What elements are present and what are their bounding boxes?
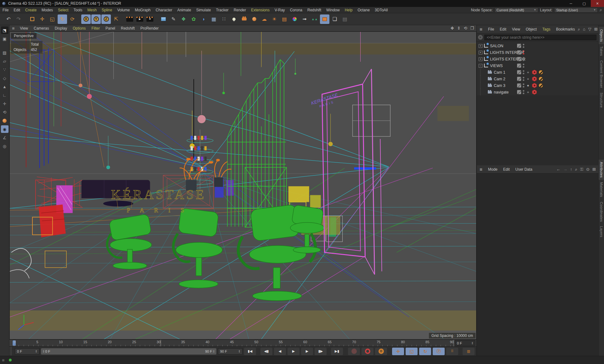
vp-menu-prorender[interactable]: ProRender xyxy=(138,26,162,31)
workplane-mode-icon[interactable]: ▱ xyxy=(1,57,9,65)
disabled-tag[interactable] xyxy=(538,77,543,81)
layer-toggle[interactable] xyxy=(517,64,521,68)
tab-structure[interactable]: Structure xyxy=(599,90,604,110)
layer-toggle[interactable] xyxy=(517,50,521,54)
visibility-dots[interactable] xyxy=(523,44,524,48)
menu-corona[interactable]: Corona xyxy=(288,7,305,13)
object-row-views[interactable]: − VIEWS xyxy=(477,62,598,69)
lock-icon[interactable]: ⚿ xyxy=(580,167,583,172)
target-icon[interactable]: ⌖ xyxy=(526,77,530,81)
end-frame-field[interactable]: 90 F ▲▼ xyxy=(218,348,242,355)
timeline-grip[interactable] xyxy=(9,340,12,346)
sun-object-button[interactable]: ☀ xyxy=(270,14,279,24)
snap-toggle-icon[interactable]: ◉ xyxy=(1,125,9,133)
move-tool[interactable]: ✛ xyxy=(37,14,47,24)
menu-mograph[interactable]: MoGraph xyxy=(132,7,153,13)
status-menu-icon[interactable]: ≡ xyxy=(2,358,4,363)
menu-volume[interactable]: Volume xyxy=(115,7,132,13)
maximize-button[interactable]: ▢ xyxy=(578,0,591,7)
node-space-select[interactable]: Current (Redshift)▼ xyxy=(495,8,538,13)
tab-coordinates[interactable]: Coordinates xyxy=(599,200,604,224)
points-mode-icon[interactable]: ∵ xyxy=(1,66,9,73)
expand-icon[interactable]: + xyxy=(479,51,482,54)
zoom-view-icon[interactable]: ⇕ xyxy=(457,26,461,31)
sky-object-button[interactable]: ☁ xyxy=(259,14,269,24)
menu-file[interactable]: File xyxy=(0,7,11,13)
menu-help[interactable]: Help xyxy=(342,7,355,13)
record-rotation-button[interactable]: ↻ xyxy=(419,348,431,355)
pan-view-icon[interactable]: ✥ xyxy=(451,26,454,31)
lock-y-axis-button[interactable]: Y xyxy=(91,14,101,24)
make-editable-icon[interactable]: ⬔ xyxy=(1,26,9,34)
tab-attributes[interactable]: Attributes xyxy=(599,160,604,180)
visibility-dots[interactable] xyxy=(523,57,524,61)
new-panel-icon[interactable]: ⊞ xyxy=(592,167,596,172)
goto-end-button[interactable]: ▶▮ xyxy=(331,348,343,355)
model-mode-icon[interactable]: ▣ xyxy=(1,35,9,43)
menu-spline[interactable]: Spline xyxy=(99,7,115,13)
vp-menu-display[interactable]: Display xyxy=(52,26,70,31)
spinner-icon[interactable]: ▲▼ xyxy=(471,342,473,345)
add-spline-button[interactable]: ✎ xyxy=(169,14,178,24)
quantize-icon[interactable]: ∠ xyxy=(1,134,9,141)
disabled-tag[interactable] xyxy=(538,70,543,75)
parent-object-icon[interactable]: ↑ xyxy=(570,167,573,172)
layer-toggle[interactable] xyxy=(517,70,521,74)
subdivision-surface-button[interactable]: ❖ xyxy=(179,14,188,24)
undo-button[interactable]: ↶ xyxy=(4,14,13,24)
next-key-button[interactable]: ▮▶ xyxy=(315,348,327,355)
vp-menu-redshift[interactable]: Redshift xyxy=(118,26,138,31)
autokey-button[interactable] xyxy=(362,348,373,355)
vp-menu-filter[interactable]: Filter xyxy=(88,26,103,31)
menu-extensions[interactable]: Extensions xyxy=(248,7,272,13)
environment-button[interactable] xyxy=(249,14,259,24)
menu-vray[interactable]: V-Ray xyxy=(272,7,288,13)
previous-frame-button[interactable]: ◀ xyxy=(274,348,286,355)
menu-redshift[interactable]: Redshift xyxy=(305,7,324,13)
tab-takes[interactable]: Takes xyxy=(599,44,604,58)
goto-start-button[interactable]: ▮◀ xyxy=(244,348,256,355)
search-input[interactable] xyxy=(484,35,596,40)
visibility-dots[interactable] xyxy=(523,64,524,68)
layer-toggle[interactable] xyxy=(517,83,521,88)
vp-menu-cameras[interactable]: Cameras xyxy=(31,26,52,31)
visibility-dots[interactable] xyxy=(523,70,524,74)
menu-window[interactable]: Window xyxy=(324,7,342,13)
volume-builder-button[interactable]: ◗ xyxy=(199,14,208,24)
object-row-cam3[interactable]: Cam 3 ⌖ xyxy=(477,82,598,89)
mograph-cloner-button[interactable]: ✿ xyxy=(189,14,198,24)
normal-mode-icon[interactable]: ⟲ xyxy=(1,108,9,116)
viewport-solo-icon[interactable]: ◎ xyxy=(1,142,9,150)
menu-mesh[interactable]: Mesh xyxy=(85,7,99,13)
tab-content-browser[interactable]: Content Browser xyxy=(599,58,604,90)
material-preview-icon[interactable] xyxy=(1,117,9,124)
menu-character[interactable]: Character xyxy=(153,7,175,13)
add-light-button[interactable] xyxy=(229,14,239,24)
render-settings-button[interactable]: ✲ xyxy=(145,14,155,24)
track-icon[interactable]: ⊙ xyxy=(586,167,590,172)
lock-z-axis-button[interactable]: Z xyxy=(101,14,111,24)
menu-3dtoall[interactable]: 3DToAll xyxy=(372,7,390,13)
floor-object-button[interactable]: ▦ xyxy=(209,14,219,24)
object-row-salon[interactable]: + SALON xyxy=(477,43,598,49)
transport-grip[interactable] xyxy=(9,347,12,356)
vp-menu-panel[interactable]: Panel xyxy=(103,26,118,31)
vp-menu-view[interactable]: View xyxy=(17,26,31,31)
scale-tool[interactable]: ◱ xyxy=(48,14,57,24)
layout-select[interactable]: Startup (User)▼ xyxy=(554,8,598,13)
timeline-frame-field[interactable]: 0 F ▲▼ xyxy=(455,340,475,346)
object-row-navigate[interactable]: navigate ⌖ xyxy=(477,89,598,95)
rotate-tool[interactable]: ↻ xyxy=(58,14,67,24)
om-menu-object[interactable]: Object xyxy=(523,27,540,31)
redo-button[interactable]: ↷ xyxy=(14,14,23,24)
search-icon[interactable]: ⌕ xyxy=(578,27,580,32)
lock-x-axis-button[interactable]: X xyxy=(81,14,91,24)
measure-tool-icon[interactable]: ∟ xyxy=(1,91,9,99)
polygons-mode-icon[interactable]: ▲ xyxy=(1,83,9,90)
add-primitive-button[interactable] xyxy=(159,14,168,24)
target-icon[interactable]: ⌖ xyxy=(526,70,530,75)
stage-object-button[interactable]: ▤ xyxy=(280,14,289,24)
record-objects-button[interactable] xyxy=(348,348,360,355)
simulation-button[interactable]: ∷ xyxy=(219,14,229,24)
tab-materials[interactable]: Materials xyxy=(599,180,604,199)
